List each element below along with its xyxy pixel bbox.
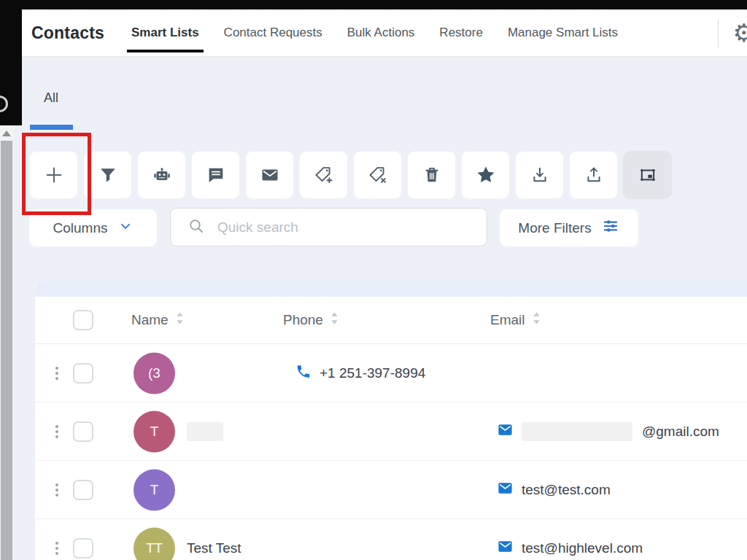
trash-icon <box>422 165 442 185</box>
scrollbar-thumb[interactable] <box>1 141 12 560</box>
header-tabs: Smart Lists Contact Requests Bulk Action… <box>131 9 618 56</box>
chevron-down-icon <box>118 219 133 237</box>
envelope-icon <box>497 421 514 442</box>
email-cell[interactable]: @gmail.com <box>497 421 719 442</box>
contacts-toolbar <box>29 151 672 199</box>
columns-dropdown[interactable]: Columns <box>29 209 157 246</box>
redacted-email <box>522 422 632 441</box>
more-filters-label: More Filters <box>518 220 591 236</box>
select-all-checkbox[interactable] <box>73 310 93 330</box>
row-checkbox[interactable] <box>73 363 93 384</box>
star-icon <box>475 164 497 186</box>
email-address: test@highlevel.com <box>522 540 643 556</box>
avatar[interactable]: T <box>133 469 175 510</box>
envelope-icon <box>497 480 514 500</box>
row-menu-icon[interactable] <box>53 539 61 558</box>
favorite-button[interactable] <box>461 151 510 199</box>
row-menu-icon[interactable] <box>53 364 61 383</box>
top-black-bar <box>0 0 747 9</box>
frame-icon <box>638 165 658 185</box>
tab-bulk-actions[interactable]: Bulk Actions <box>347 9 415 56</box>
table-row: T test@test.com <box>35 461 747 519</box>
tab-smart-lists[interactable]: Smart Lists <box>131 9 199 56</box>
email-address: @gmail.com <box>642 424 719 440</box>
contact-name[interactable]: Test Test <box>187 540 241 556</box>
header-divider <box>718 20 719 47</box>
row-checkbox[interactable] <box>73 480 93 500</box>
chat-icon <box>206 165 226 185</box>
download-icon <box>530 165 550 185</box>
table-header-row: Name Phone Email <box>35 297 747 344</box>
automation-button[interactable] <box>137 151 186 199</box>
filter-button[interactable] <box>83 151 132 199</box>
remove-tag-button[interactable] <box>353 151 402 199</box>
sort-icon[interactable] <box>330 311 339 329</box>
add-contact-button[interactable] <box>29 151 78 199</box>
import-button[interactable] <box>515 151 564 199</box>
search-icon <box>187 217 205 238</box>
funnel-icon <box>98 165 118 185</box>
robot-icon <box>151 164 173 186</box>
quick-search <box>170 208 487 246</box>
delete-button[interactable] <box>407 151 456 199</box>
page-title: Contacts <box>31 23 104 43</box>
redacted-name <box>187 422 223 441</box>
row-checkbox[interactable] <box>73 538 93 559</box>
scrollbar-up-arrow-icon[interactable] <box>2 131 11 136</box>
gear-icon[interactable]: ⚙ <box>733 20 747 45</box>
add-tag-button[interactable] <box>299 151 348 199</box>
avatar[interactable]: TT <box>133 527 175 560</box>
email-cell[interactable]: test@highlevel.com <box>497 538 643 559</box>
tab-contact-requests[interactable]: Contact Requests <box>224 9 322 56</box>
column-header-phone[interactable]: Phone <box>283 311 339 329</box>
sliders-icon <box>601 217 620 239</box>
vertical-scrollbar[interactable] <box>0 125 13 560</box>
smartlist-tab-all[interactable]: All <box>44 90 58 106</box>
table-row: (3 +1 251-397-8994 <box>35 344 747 402</box>
table-top-band <box>35 281 747 297</box>
table-row: T @gmail.com <box>35 402 747 461</box>
columns-label: Columns <box>53 220 108 236</box>
row-menu-icon[interactable] <box>53 481 61 499</box>
smartlist-tab-all-underline <box>30 125 73 130</box>
phone-number: +1 251-397-8994 <box>320 365 425 381</box>
upload-icon <box>584 165 604 185</box>
avatar[interactable]: T <box>133 411 175 452</box>
tag-remove-icon <box>368 165 388 185</box>
sort-icon[interactable] <box>175 311 185 329</box>
avatar[interactable]: (3 <box>133 352 175 394</box>
row-checkbox[interactable] <box>73 421 93 442</box>
row-menu-icon[interactable] <box>53 422 61 441</box>
contacts-table: Name Phone Email (3 +1 2 <box>35 281 747 560</box>
custom-view-button[interactable] <box>623 151 672 199</box>
tab-manage-smart-lists[interactable]: Manage Smart Lists <box>508 9 618 56</box>
send-sms-button[interactable] <box>191 151 240 199</box>
search-input[interactable] <box>217 219 451 236</box>
envelope-icon <box>497 538 514 559</box>
envelope-icon <box>260 165 280 185</box>
table-row: TT Test Test test@highlevel.com <box>35 519 747 560</box>
plus-icon <box>43 164 65 186</box>
column-header-email[interactable]: Email <box>490 311 541 329</box>
sort-icon[interactable] <box>532 311 541 329</box>
tag-add-icon <box>314 165 334 185</box>
phone-cell[interactable]: +1 251-397-8994 <box>295 363 425 383</box>
send-email-button[interactable] <box>245 151 294 199</box>
phone-icon <box>295 363 311 383</box>
more-filters-button[interactable]: More Filters <box>500 209 638 246</box>
tab-restore[interactable]: Restore <box>439 9 483 56</box>
column-header-name[interactable]: Name <box>131 311 185 329</box>
contacts-header: Contacts Smart Lists Contact Requests Bu… <box>22 9 747 57</box>
email-address: test@test.com <box>522 482 611 498</box>
export-button[interactable] <box>569 151 618 199</box>
email-cell[interactable]: test@test.com <box>497 480 611 500</box>
